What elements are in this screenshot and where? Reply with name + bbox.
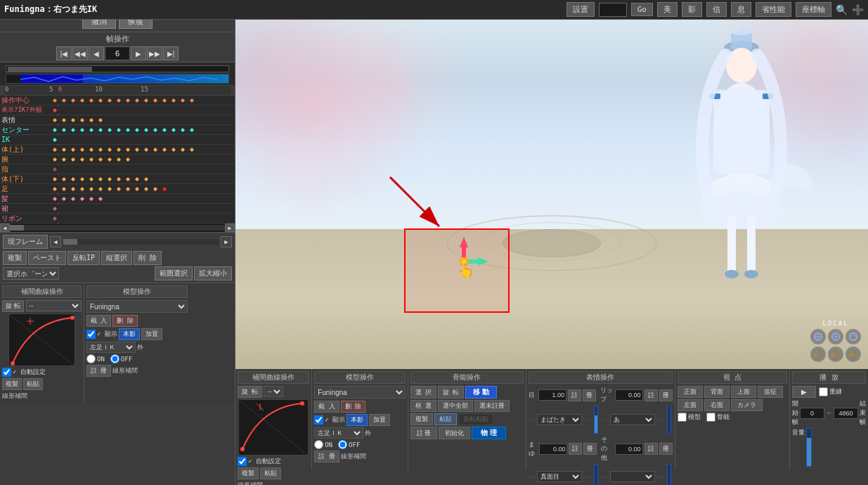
info-btn[interactable]: 息	[731, 2, 751, 17]
other-slider[interactable]	[667, 464, 671, 485]
copy-btn[interactable]: 複製	[3, 251, 27, 265]
timeline-h-scrollbar[interactable]: ◀ ▶	[0, 224, 235, 232]
settings-input[interactable]	[599, 3, 627, 17]
view-camera-btn[interactable]: カメラ	[731, 399, 763, 411]
model-select[interactable]: Funingna	[86, 300, 188, 313]
go-btn[interactable]: Go	[631, 3, 653, 16]
timeline-scrollbar[interactable]	[6, 65, 229, 72]
brow-book-btn[interactable]: 冊	[583, 443, 597, 455]
beauty-btn[interactable]: 美	[657, 2, 678, 17]
scroll-track[interactable]	[10, 225, 225, 231]
eye-value-input[interactable]	[538, 389, 566, 401]
model-ik-select[interactable]: 左足ＩＫ	[314, 427, 363, 439]
auto-set-checkbox[interactable]	[2, 368, 11, 377]
model-show-checkbox[interactable]	[314, 415, 323, 425]
frame-prev-more-btn[interactable]: ◀◀	[72, 46, 88, 60]
scroll-arrow-left[interactable]: ◀	[50, 236, 61, 247]
eye-slider[interactable]	[594, 406, 598, 434]
view-back-btn[interactable]: 背面	[704, 386, 730, 398]
delete-btn[interactable]: 削 除	[134, 251, 162, 265]
spline-paste-btn[interactable]: 粘貼	[23, 378, 43, 390]
scroll-arrow-right[interactable]: ▶	[221, 236, 232, 247]
view-follow-btn[interactable]: 追征	[758, 386, 783, 398]
settings-btn[interactable]: 設置	[566, 2, 595, 17]
start-frame-input[interactable]	[800, 408, 824, 419]
eye-reg-btn[interactable]: 註	[568, 389, 581, 401]
brow-reg-btn[interactable]: 註	[569, 443, 582, 455]
interp-rotate-btn[interactable]: 旋 転	[238, 386, 262, 398]
move-gizmo[interactable]: 👆	[436, 233, 492, 292]
view-left-btn[interactable]: 左面	[678, 399, 703, 411]
spline-copy-btn[interactable]: 複製	[2, 378, 22, 390]
other-value-input[interactable]	[615, 444, 643, 455]
bone-copy-btn[interactable]: 複製	[410, 413, 433, 425]
model-register-btn[interactable]: 註 冊	[86, 365, 111, 377]
lip-book-btn[interactable]: 冊	[659, 389, 673, 401]
bone-init-btn[interactable]: 初始化	[439, 427, 470, 439]
model-insert-btn[interactable]: 截 入	[314, 401, 339, 413]
brow-expression-select[interactable]: 真面目	[537, 471, 582, 482]
unreg-btn[interactable]: 選未註冊	[474, 400, 510, 412]
spline-rotate-btn[interactable]: 旋 転	[2, 300, 24, 312]
frame-select-btn[interactable]: 框 選	[410, 400, 436, 412]
interp-copy-btn[interactable]: 複製	[238, 467, 259, 479]
scroll-left-btn[interactable]: ◀	[0, 224, 10, 232]
eye-book-btn[interactable]: 冊	[583, 389, 596, 401]
other-reg-btn[interactable]: 註	[644, 443, 658, 455]
select-all-btn[interactable]: 選中全部	[438, 400, 473, 412]
view-front-btn[interactable]: 正面	[678, 386, 703, 398]
bone-physics-btn[interactable]: 物 理	[472, 427, 506, 439]
bone-select[interactable]: 選択ホ゛ーン	[3, 267, 59, 280]
frame-slider[interactable]	[63, 239, 219, 245]
show-checkbox[interactable]	[86, 330, 96, 339]
interp-select[interactable]: --	[264, 386, 283, 397]
zoom-btn[interactable]: 拡大縮小	[194, 266, 232, 280]
brow-value-input[interactable]	[539, 444, 567, 455]
view-top-btn[interactable]: 上面	[731, 386, 756, 398]
bone-rotate-btn[interactable]: 旋 転	[438, 386, 464, 399]
other-book-btn[interactable]: 冊	[659, 443, 673, 455]
range-select-btn[interactable]: 範囲選択	[155, 266, 193, 280]
model-reg-btn[interactable]: 註 冊	[314, 451, 339, 463]
bone-move-btn[interactable]: 移 動	[465, 386, 497, 399]
viewport-3d-area[interactable]: 👆 LOCAL	[235, 0, 868, 369]
model-del-btn[interactable]: 删 除	[341, 401, 365, 413]
lip-reg-btn[interactable]: 註	[644, 389, 658, 401]
model-delete-btn[interactable]: 删 除	[112, 315, 137, 327]
perf-btn[interactable]: 省性能	[756, 2, 791, 17]
play-btn[interactable]: ▶	[792, 386, 816, 398]
model-name-select[interactable]: Funingna	[314, 386, 405, 399]
off-radio[interactable]	[110, 354, 119, 363]
other-expression-select[interactable]	[610, 471, 655, 482]
on-radio[interactable]	[86, 354, 96, 363]
current-frame-btn[interactable]: 現フレーム	[3, 235, 48, 249]
volume-slider[interactable]	[806, 428, 812, 467]
bone-select-btn[interactable]: 選 択	[410, 386, 436, 399]
view-model-checkbox[interactable]	[678, 413, 687, 422]
trust-btn[interactable]: 信	[706, 2, 727, 17]
lip-value-input[interactable]	[615, 389, 643, 401]
shadow-btn[interactable]: 影	[682, 2, 702, 17]
model-on-radio[interactable]	[314, 440, 323, 449]
lip-slider[interactable]	[667, 406, 671, 434]
coord-btn[interactable]: 座標軸	[796, 2, 831, 17]
bone-paste-btn[interactable]: 粘貼	[434, 413, 457, 425]
vertical-select-btn[interactable]: 縦選択	[101, 251, 132, 265]
model-add-btn[interactable]: 加置	[369, 414, 390, 426]
frame-prev-btn[interactable]: ◀	[89, 46, 104, 60]
interp-paste-btn[interactable]: 粘貼	[260, 467, 281, 479]
frame-last-btn[interactable]: ▶|	[163, 46, 179, 60]
frame-next-btn[interactable]: ▶	[131, 46, 146, 60]
interp-auto-checkbox[interactable]	[238, 457, 247, 466]
frame-input[interactable]: 6	[105, 46, 130, 60]
ik-select[interactable]: 左足ＩＫ	[86, 342, 136, 353]
paste-btn[interactable]: ペースト	[28, 251, 66, 265]
end-frame-input[interactable]	[834, 408, 858, 419]
model-shadow-btn[interactable]: 本影	[346, 414, 368, 426]
scroll-right-btn[interactable]: ▶	[225, 224, 235, 232]
brow-slider[interactable]	[594, 464, 598, 485]
insert-btn[interactable]: 截 入	[86, 315, 111, 327]
add-btn[interactable]: 加置	[141, 328, 162, 340]
eye-expression-select[interactable]: まばたき	[537, 414, 582, 425]
paste-inv-btn[interactable]: 反転IP	[67, 251, 100, 265]
